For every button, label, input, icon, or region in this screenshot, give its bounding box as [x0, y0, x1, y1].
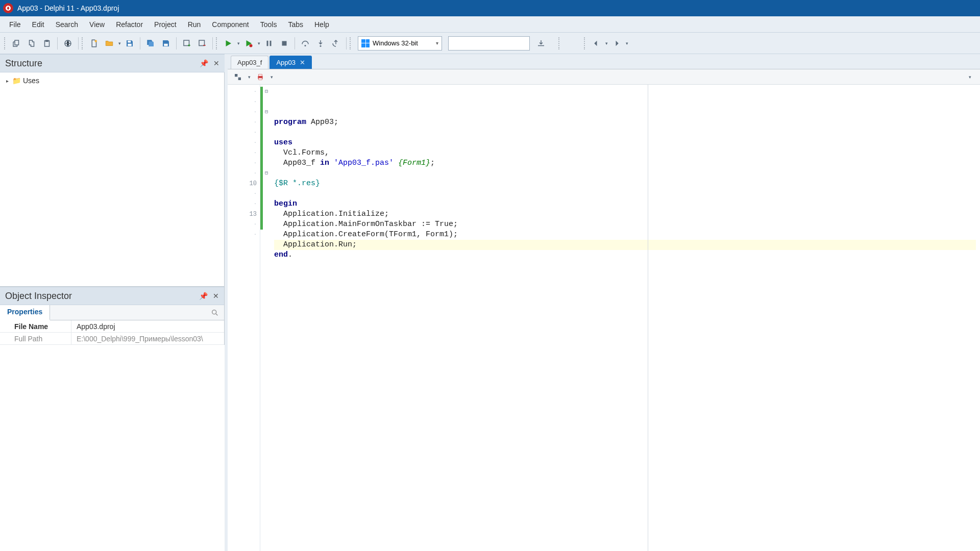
structure-header: Structure 📌 ✕ — [0, 54, 225, 72]
nav-back-dropdown[interactable]: ▾ — [604, 36, 608, 51]
toggle-form-icon[interactable] — [232, 71, 244, 83]
pin-icon[interactable]: 📌 — [200, 59, 208, 67]
svg-rect-14 — [235, 74, 237, 77]
remove-from-project-icon[interactable] — [195, 36, 209, 51]
tree-node-uses[interactable]: ▸ 📁 Uses — [4, 76, 220, 86]
code-line[interactable] — [274, 128, 976, 138]
step-into-icon[interactable] — [313, 36, 328, 51]
tab-label: App03_f — [237, 59, 262, 66]
svg-rect-4 — [164, 43, 168, 46]
tab-properties[interactable]: Properties — [0, 305, 50, 320]
main-area: Structure 📌 ✕ ▸ 📁 Uses Object Inspector … — [0, 54, 980, 551]
expand-icon[interactable]: ▸ — [4, 78, 10, 84]
code-line[interactable]: Application.MainFormOnTaskbar := True; — [274, 219, 976, 230]
code-editor[interactable]: ·········10··13·· ⊟⊟⊟ program App03;uses… — [228, 85, 980, 551]
tree-label: Uses — [23, 77, 39, 85]
svg-rect-9 — [270, 40, 272, 46]
print-icon[interactable] — [254, 71, 266, 83]
save-icon[interactable] — [122, 36, 137, 51]
nav-forward-icon[interactable] — [609, 36, 624, 51]
structure-title: Structure — [5, 58, 42, 69]
editor-tab-app03_f[interactable]: App03_f — [231, 56, 268, 69]
menu-run[interactable]: Run — [183, 18, 206, 31]
code-line[interactable]: Application.CreateForm(TForm1, Form1); — [274, 230, 976, 240]
inspector-search[interactable] — [50, 305, 224, 320]
inspector-value[interactable]: E:\000_Delphi\999_Примеры\lesson03\ — [71, 335, 224, 343]
print-dropdown[interactable]: ▾ — [270, 70, 274, 84]
toolbar-grip — [4, 37, 6, 49]
svg-rect-3 — [128, 43, 132, 46]
stop-icon[interactable] — [277, 36, 291, 51]
svg-point-11 — [305, 45, 306, 46]
toolbar-search-combo[interactable] — [448, 36, 530, 51]
svg-rect-5 — [184, 40, 189, 46]
paste-icon[interactable] — [40, 36, 54, 51]
menu-search[interactable]: Search — [51, 18, 83, 31]
svg-rect-18 — [259, 78, 262, 80]
pause-icon[interactable] — [262, 36, 276, 51]
copy-icon[interactable] — [9, 36, 23, 51]
run-no-debug-icon[interactable] — [241, 36, 256, 51]
open-folder-icon[interactable] — [102, 36, 116, 51]
menu-component[interactable]: Component — [207, 18, 254, 31]
step-over-icon[interactable] — [298, 36, 312, 51]
save-project-icon[interactable] — [159, 36, 173, 51]
toolbar-grip — [82, 37, 84, 49]
inspector-row[interactable]: File NameApp03.dproj — [0, 320, 224, 333]
code-line[interactable]: App03_f in 'App03_f.pas' {Form1}; — [274, 158, 976, 168]
code-line[interactable]: program App03; — [274, 117, 976, 128]
copy2-icon[interactable] — [24, 36, 39, 51]
menu-file[interactable]: File — [4, 18, 26, 31]
menu-refactor[interactable]: Refactor — [111, 18, 148, 31]
search-icon — [211, 309, 219, 317]
toolbar-grip — [216, 37, 218, 49]
pin-icon[interactable]: 📌 — [199, 292, 208, 300]
browser-icon[interactable] — [61, 36, 75, 51]
run-no-debug-dropdown[interactable]: ▾ — [257, 36, 261, 51]
step-out-icon[interactable] — [329, 36, 343, 51]
menu-project[interactable]: Project — [149, 18, 182, 31]
code-line[interactable]: Vcl.Forms, — [274, 148, 976, 158]
open-dropdown[interactable]: ▾ — [117, 36, 121, 51]
code-line[interactable] — [274, 168, 976, 179]
platform-combo[interactable]: Windows 32-bit ▾ — [358, 36, 442, 51]
code-line[interactable]: {$R *.res} — [274, 179, 976, 189]
toolbar-grip — [558, 37, 560, 49]
new-file-icon[interactable] — [87, 36, 101, 51]
svg-point-12 — [320, 45, 322, 46]
run-dropdown[interactable]: ▾ — [236, 36, 240, 51]
inspector-value[interactable]: App03.dproj — [71, 322, 224, 331]
nav-back-icon[interactable] — [589, 36, 603, 51]
fold-column[interactable]: ⊟⊟⊟ — [263, 85, 270, 551]
close-icon[interactable]: ✕ — [213, 292, 219, 300]
close-icon[interactable]: ✕ — [213, 59, 219, 67]
menu-view[interactable]: View — [84, 18, 110, 31]
inspector-header: Object Inspector 📌 ✕ — [0, 287, 224, 305]
code-line[interactable]: Application.Run; — [274, 240, 976, 250]
inspector-row[interactable]: Full PathE:\000_Delphi\999_Примеры\lesso… — [0, 333, 224, 345]
toggle-form-dropdown[interactable]: ▾ — [247, 70, 251, 84]
menu-help[interactable]: Help — [309, 18, 334, 31]
run-icon[interactable] — [221, 36, 235, 51]
svg-rect-2 — [128, 40, 131, 42]
save-all-icon[interactable] — [143, 36, 158, 51]
close-icon[interactable]: ✕ — [300, 59, 305, 66]
add-to-project-icon[interactable] — [180, 36, 194, 51]
code-line[interactable]: Application.Initialize; — [274, 209, 976, 219]
deploy-icon[interactable] — [534, 36, 548, 51]
code-line[interactable]: begin — [274, 199, 976, 209]
structure-tree[interactable]: ▸ 📁 Uses — [0, 72, 225, 287]
editor-tab-app03[interactable]: App03✕ — [270, 56, 312, 69]
menu-tabs[interactable]: Tabs — [283, 18, 308, 31]
nav-combo-dropdown[interactable]: ▾ — [964, 70, 976, 84]
code-text[interactable]: program App03;uses Vcl.Forms, App03_f in… — [270, 85, 980, 551]
code-line[interactable] — [274, 189, 976, 199]
code-line[interactable]: uses — [274, 138, 976, 148]
editor-tabs: App03_fApp03✕ — [228, 54, 980, 69]
nav-forward-dropdown[interactable]: ▾ — [625, 36, 629, 51]
main-toolbar: ▾ ▾ ▾ Windows 32-bit ▾ ▾ ▾ — [0, 33, 980, 54]
menu-tools[interactable]: Tools — [255, 18, 282, 31]
code-line[interactable]: end. — [274, 250, 976, 260]
menu-edit[interactable]: Edit — [27, 18, 50, 31]
toolbar-grip — [350, 37, 352, 49]
